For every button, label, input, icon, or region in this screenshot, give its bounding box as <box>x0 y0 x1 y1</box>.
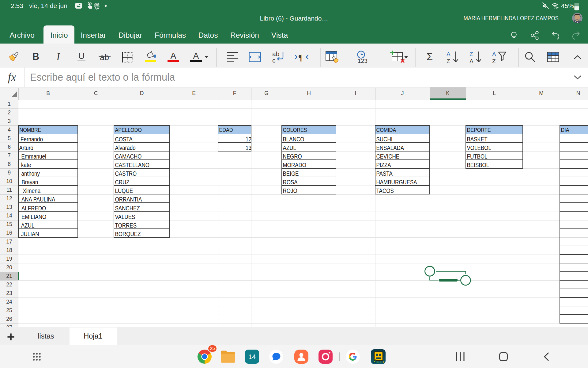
svg-text:¶: ¶ <box>299 53 303 62</box>
svg-text:123: 123 <box>358 58 368 64</box>
svg-text:Z: Z <box>469 51 473 57</box>
svg-text:A: A <box>469 58 473 64</box>
svg-text:ab: ab <box>272 51 279 57</box>
svg-text:Z: Z <box>492 58 496 64</box>
svg-text:c: c <box>272 57 276 63</box>
svg-text:14: 14 <box>248 353 256 361</box>
svg-text:Z: Z <box>447 58 450 64</box>
svg-text:A: A <box>492 51 496 57</box>
svg-text:A: A <box>447 51 450 57</box>
